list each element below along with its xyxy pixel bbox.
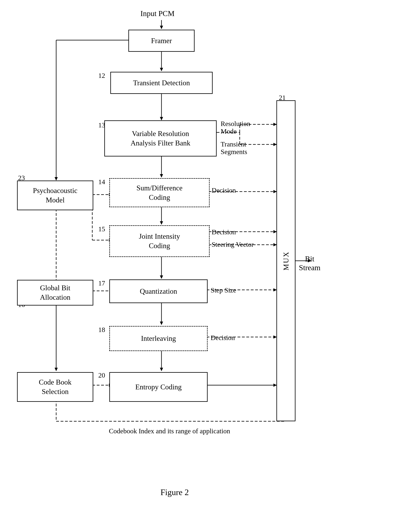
label-13: 13 — [98, 121, 105, 129]
svg-marker-11 — [160, 276, 163, 279]
transient-detection-box: Transient Detection — [110, 72, 213, 94]
figure-label: Figure 2 — [160, 488, 189, 497]
svg-marker-15 — [160, 368, 163, 371]
decision-3-label: Decision — [211, 334, 235, 342]
code-book-box: Code BookSelection — [17, 372, 93, 402]
label-15: 15 — [98, 225, 105, 233]
mux-box: MUX — [276, 100, 296, 421]
entropy-coding-box: Entropy Coding — [109, 372, 208, 402]
label-23: 23 — [18, 174, 25, 182]
joint-intensity-box: Joint IntensityCoding — [109, 225, 210, 257]
label-20: 20 — [98, 372, 105, 379]
svg-marker-1 — [160, 26, 163, 29]
decision-2-label: Decision — [212, 228, 236, 236]
svg-marker-7 — [160, 174, 163, 177]
codebook-index-label: Codebook Index and its range of applicat… — [44, 427, 295, 435]
label-12: 12 — [98, 72, 105, 80]
step-size-label: Step Size — [211, 286, 236, 294]
bit-stream-label: BitStream — [299, 254, 320, 272]
variable-resolution-box: Variable Resolution Analysis Filter Bank — [104, 120, 217, 156]
input-pcm-label: Input PCM — [140, 9, 174, 18]
psychoacoustic-box: PsychoacousticModel — [17, 181, 93, 210]
diagram: Input PCM 11 Framer 12 Transient Detecti… — [0, 0, 406, 532]
sum-difference-box: Sum/DifferenceCoding — [109, 178, 210, 207]
label-17: 17 — [98, 279, 105, 287]
svg-marker-13 — [160, 321, 163, 325]
svg-marker-31 — [55, 368, 58, 371]
decision-1-label: Decision — [212, 187, 236, 194]
interleaving-box: Interleaving — [109, 326, 208, 351]
svg-marker-18 — [55, 177, 58, 181]
framer-box: Framer — [128, 30, 195, 52]
quantization-box: Quantization — [109, 279, 208, 303]
svg-marker-3 — [160, 68, 163, 71]
transient-segments-label: TransientSegments — [221, 140, 247, 156]
resolution-mode-label: ResolutionMode — [221, 120, 250, 135]
steering-vector-label: Steering Vector — [212, 241, 254, 248]
global-bit-box: Global BitAllocation — [17, 280, 93, 306]
label-14: 14 — [98, 178, 105, 186]
svg-marker-5 — [160, 117, 163, 120]
svg-marker-9 — [160, 221, 163, 225]
label-21: 21 — [279, 94, 286, 102]
label-18: 18 — [98, 326, 105, 334]
